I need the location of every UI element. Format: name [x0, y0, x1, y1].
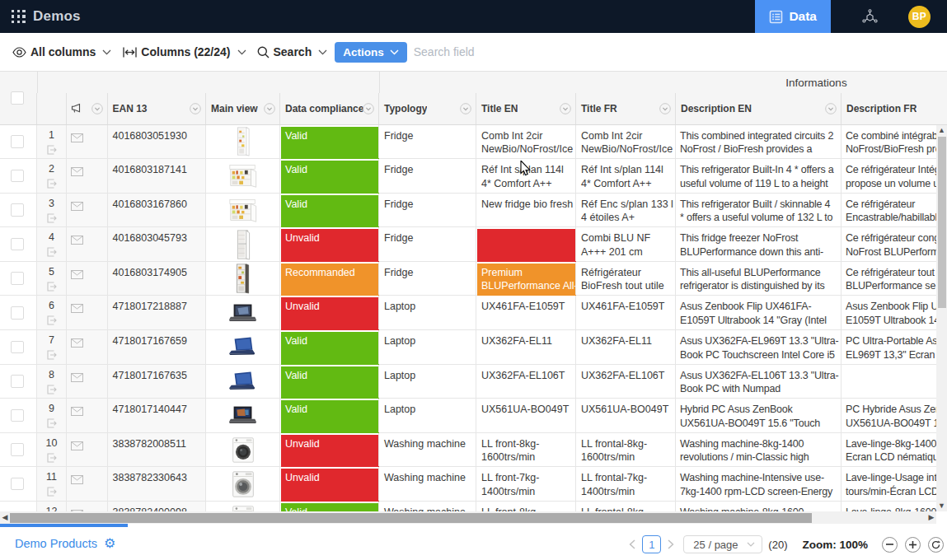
sheet-tab-demo-products[interactable]: Demo Products ⚙ — [15, 537, 115, 550]
mail-icon[interactable] — [71, 236, 101, 245]
ean-cell[interactable]: 4718017167659 — [108, 330, 207, 364]
typology-cell[interactable]: Fridge — [379, 125, 476, 159]
column-menu-icon[interactable] — [264, 103, 275, 114]
description-fr-cell[interactable]: PC Hybride Asus ZenBookUX561UA-BO049T 15… — [842, 399, 947, 432]
main-view-cell[interactable] — [206, 159, 280, 193]
main-view-cell[interactable] — [206, 467, 280, 501]
compliance-cell[interactable]: Valid — [280, 125, 379, 159]
typology-cell[interactable]: Fridge — [379, 159, 476, 193]
open-record-icon[interactable] — [47, 247, 57, 257]
open-record-icon[interactable] — [47, 350, 57, 360]
main-view-cell[interactable] — [206, 365, 280, 399]
header-description-en[interactable]: Description EN — [676, 93, 842, 124]
description-en-cell[interactable]: Washing machine-8kg-1400revolutions / mi… — [676, 433, 842, 467]
column-menu-icon[interactable] — [825, 103, 837, 114]
columns-menu[interactable]: Columns (22/24) — [123, 45, 246, 58]
mail-icon[interactable] — [71, 167, 101, 176]
open-record-icon[interactable] — [47, 213, 57, 223]
compliance-cell[interactable]: Unvalid — [280, 227, 379, 261]
apps-grid-icon[interactable] — [12, 10, 26, 24]
title-en-cell[interactable]: UX362FA-EL11 — [476, 330, 576, 364]
zoom-out-button[interactable] — [882, 537, 898, 553]
description-fr-cell[interactable]: Ce réfrigérateur Intégrable 4*propose un… — [842, 159, 947, 193]
column-menu-icon[interactable] — [560, 103, 571, 114]
mail-icon[interactable] — [71, 304, 101, 313]
ean-cell[interactable]: 4718017167635 — [108, 365, 207, 399]
header-title-fr[interactable]: Title FR — [576, 93, 676, 124]
page-size-select[interactable]: 25 / page — [683, 535, 762, 553]
title-fr-cell[interactable]: LL frontal-8kg-1600trs/min — [576, 433, 676, 467]
horizontal-scrollbar-thumb[interactable] — [10, 513, 812, 523]
mail-icon[interactable] — [71, 338, 101, 348]
row-checkbox[interactable] — [11, 443, 24, 456]
title-en-cell[interactable] — [476, 227, 576, 261]
description-en-cell[interactable]: Asus UX362FA-EL969T 13.3 "Ultra-Book PC … — [676, 330, 842, 364]
header-main-view[interactable]: Main view — [206, 93, 280, 124]
description-fr-cell[interactable]: PC Ultra-Portable Asus UX362FA-EL969T 13… — [842, 330, 947, 364]
title-en-cell[interactable]: PremiumBLUPerformance All- — [476, 262, 576, 296]
description-fr-cell[interactable]: Ce combiné intégrable circuits 2NoFrost/… — [842, 125, 947, 159]
row-checkbox[interactable] — [11, 306, 24, 320]
description-en-cell[interactable]: This fridge freezer NoFrostBLUPerformanc… — [676, 227, 842, 261]
description-en-cell[interactable]: This all-useful BLUPerformancerefrigerat… — [676, 262, 842, 296]
avatar[interactable]: BP — [908, 6, 931, 28]
vertical-scrollbar-thumb[interactable] — [938, 137, 946, 308]
title-en-cell[interactable]: UX362FA-EL106T — [476, 365, 576, 399]
ean-cell[interactable]: 4016803187141 — [108, 159, 207, 193]
open-record-icon[interactable] — [47, 179, 57, 189]
search-menu[interactable]: Search — [257, 45, 328, 58]
ean-cell[interactable]: 4718017140447 — [108, 399, 207, 432]
main-view-cell[interactable] — [206, 125, 280, 159]
mail-icon[interactable] — [71, 475, 101, 484]
title-en-cell[interactable]: LL front-8kg-1600trs/min — [476, 433, 576, 467]
compliance-cell[interactable]: Valid — [280, 194, 379, 227]
hierarchy-button[interactable] — [831, 0, 908, 33]
ean-cell[interactable]: 3838782330643 — [108, 467, 207, 501]
mail-icon[interactable] — [71, 373, 101, 382]
column-menu-icon[interactable] — [460, 103, 471, 114]
description-fr-cell[interactable]: Ce réfrigérateur tout utileBLUPerformanc… — [842, 262, 947, 296]
main-view-cell[interactable] — [206, 194, 280, 227]
mail-icon[interactable] — [71, 270, 101, 279]
compliance-cell[interactable]: Unvalid — [280, 296, 379, 329]
main-view-cell[interactable] — [206, 296, 280, 329]
typology-cell[interactable]: Fridge — [379, 262, 476, 296]
mail-icon[interactable] — [71, 133, 101, 142]
open-record-icon[interactable] — [47, 385, 57, 394]
open-record-icon[interactable] — [47, 418, 57, 428]
compliance-cell[interactable]: Valid — [280, 330, 379, 364]
typology-cell[interactable]: Fridge — [379, 227, 476, 261]
description-en-cell[interactable]: Hybrid PC Asus ZenBookUX561UA-BO049T 15.… — [676, 399, 842, 432]
title-fr-cell[interactable]: UX561UA-BO049T — [576, 399, 676, 432]
title-fr-cell[interactable]: UX362FA-EL106T — [576, 365, 676, 399]
description-fr-cell[interactable]: Ce réfrigérateurEncastrable/habillable 4… — [842, 194, 947, 227]
header-description-fr[interactable]: Description FR — [842, 93, 947, 124]
horizontal-scrollbar[interactable]: ◀ ▶ — [0, 511, 936, 524]
header-channel-col[interactable] — [67, 93, 108, 124]
compliance-cell[interactable]: Valid — [280, 399, 379, 432]
main-view-cell[interactable] — [206, 262, 280, 296]
description-fr-cell[interactable]: Lave-linge-8kg-1400 trs/min-Ecran LCD né… — [842, 433, 947, 467]
title-fr-cell[interactable]: Réf Int s/plan 114l4* Comfort A++ — [576, 159, 676, 193]
page-number[interactable]: 1 — [642, 535, 661, 553]
row-checkbox[interactable] — [11, 478, 24, 491]
row-checkbox[interactable] — [11, 375, 24, 388]
scroll-down-icon[interactable]: ▼ — [936, 501, 947, 511]
open-record-icon[interactable] — [47, 315, 57, 325]
ean-cell[interactable]: 4016803167860 — [108, 194, 207, 227]
row-checkbox[interactable] — [11, 170, 24, 183]
description-en-cell[interactable]: Asus UX362FA-EL106T 13.3 "Ultra-Book PC … — [676, 365, 842, 399]
header-title-en[interactable]: Title EN — [476, 93, 576, 124]
open-record-icon[interactable] — [47, 487, 57, 497]
open-record-icon[interactable] — [47, 282, 57, 292]
header-typology[interactable]: Typology — [379, 93, 476, 124]
typology-cell[interactable]: Laptop — [379, 296, 476, 329]
ean-cell[interactable]: 4718017218887 — [108, 296, 207, 329]
ean-cell[interactable]: 4016803174905 — [108, 262, 207, 296]
row-checkbox[interactable] — [11, 272, 24, 285]
main-view-cell[interactable] — [206, 330, 280, 364]
compliance-cell[interactable]: Unvalid — [280, 467, 379, 501]
all-columns-menu[interactable]: All columns — [12, 45, 111, 58]
typology-cell[interactable]: Washing machine — [379, 433, 476, 467]
description-en-cell[interactable]: This combined integrated circuits 2NoFro… — [676, 125, 842, 159]
